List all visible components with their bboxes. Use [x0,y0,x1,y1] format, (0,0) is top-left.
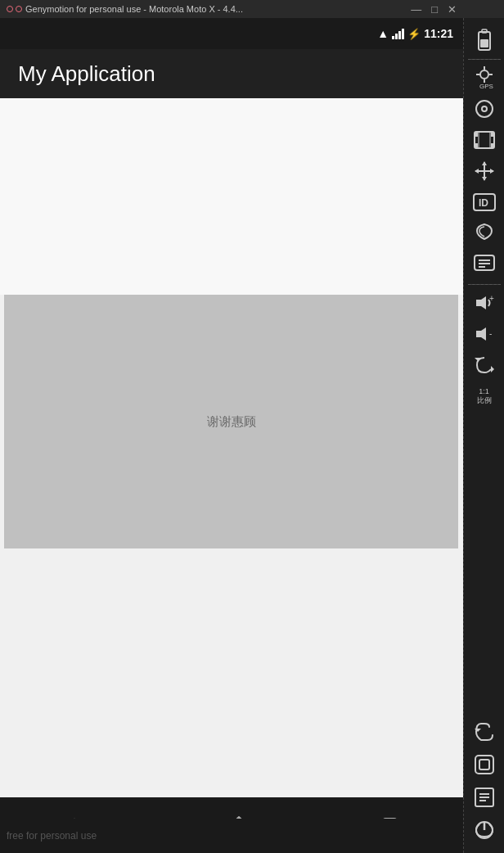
scale-label: 1:1比例 [477,387,492,405]
media-sidebar-icon[interactable] [470,125,499,155]
sidebar-bottom-icons [470,717,499,853]
svg-text:ID: ID [479,197,488,209]
svg-point-5 [480,70,488,79]
svg-rect-4 [480,39,488,47]
title-bar: Genymotion for personal use - Motorola M… [0,0,463,18]
status-icons: ▲ ⚡ 11:21 [377,27,453,40]
svg-rect-14 [475,132,478,137]
battery-icon: ⚡ [407,28,421,40]
svg-marker-22 [482,161,487,165]
phone-back-sidebar-icon[interactable] [470,717,499,747]
svg-rect-16 [491,132,494,137]
maximize-button[interactable]: □ [431,4,438,15]
svg-text:GPS: GPS [479,83,493,89]
scale-sidebar-icon[interactable]: 1:1比例 [470,381,499,411]
camera-icon-svg [474,98,495,120]
gps-sidebar-icon[interactable]: GPS [470,63,499,93]
app-title: My Application [18,61,155,87]
signal-icon [392,28,404,39]
signal-bar-2 [395,34,398,39]
phone-back-icon-svg [473,720,496,743]
rotate-icon-svg [474,354,495,376]
svg-text:-: - [489,329,492,338]
signal-bar-1 [392,36,394,39]
svg-marker-25 [490,169,494,174]
volume-down-icon-svg: - [473,324,496,344]
battery-sidebar-icon[interactable] [470,25,499,54]
title-bar-controls: — □ ✕ [411,4,457,15]
ad-banner: 谢谢惠顾 [4,295,458,548]
svg-marker-23 [482,177,487,181]
phone-home-sidebar-icon[interactable] [470,750,499,779]
watermark-bar: free for personal use [0,819,463,853]
svg-point-12 [482,106,487,111]
svg-point-11 [476,101,493,117]
phone-frame: ▲ ⚡ 11:21 My Application 谢谢惠顾 [0,18,463,853]
top-content-area [0,98,463,295]
phone-content: 谢谢惠顾 [0,98,463,797]
message-icon-svg [474,255,495,274]
rotate-sidebar-icon[interactable] [470,350,499,380]
volume-up-sidebar-icon[interactable]: + [470,288,499,318]
clock-display: 11:21 [424,27,453,40]
message-sidebar-icon[interactable] [470,250,499,279]
signal-bar-3 [398,31,401,39]
svg-text:+: + [489,294,494,303]
ad-text: 谢谢惠顾 [207,414,256,430]
minimize-button[interactable]: — [411,4,421,15]
svg-marker-32 [476,296,486,309]
status-bar: ▲ ⚡ 11:21 [0,18,463,49]
sidebar-divider-2 [468,284,501,285]
svg-marker-34 [476,327,486,341]
phone-recents-icon-svg [473,786,496,809]
svg-rect-17 [491,143,494,148]
title-bar-text: Genymotion for personal use - Motorola M… [25,4,243,14]
wifi-icon: ▲ [377,27,389,40]
power-sidebar-icon[interactable] [470,815,499,845]
right-sidebar: GPS [463,18,504,853]
close-button[interactable]: ✕ [448,4,457,15]
svg-rect-39 [475,756,493,774]
battery-icon-svg [476,28,493,51]
signal-bar-4 [402,29,404,39]
gps-icon-svg: GPS [475,66,494,89]
svg-rect-40 [479,760,489,770]
app-bar: My Application [0,49,463,98]
svg-marker-24 [475,169,479,174]
id-icon-svg: ID [473,193,496,211]
bottom-content-area [0,548,463,761]
phone-home-icon-svg [473,753,496,776]
move-icon-svg [474,160,495,182]
id-sidebar-icon[interactable]: ID [470,187,499,217]
logo-dot-2 [16,6,22,12]
move-sidebar-icon[interactable] [470,156,499,186]
volume-up-icon-svg: + [473,293,496,313]
volume-down-sidebar-icon[interactable]: - [470,319,499,349]
watermark-text: free for personal use [7,830,97,842]
power-icon-svg [473,819,496,842]
nfc-icon-svg [474,223,495,244]
media-icon-svg [474,131,495,149]
nfc-sidebar-icon[interactable] [470,219,499,248]
svg-marker-36 [491,366,494,372]
logo-dot-1 [7,6,13,12]
phone-recents-sidebar-icon[interactable] [470,783,499,812]
svg-rect-15 [475,143,478,148]
title-bar-left: Genymotion for personal use - Motorola M… [7,4,243,14]
sidebar-divider-1 [468,59,501,60]
camera-sidebar-icon[interactable] [470,94,499,124]
genymotion-logo [7,6,22,12]
